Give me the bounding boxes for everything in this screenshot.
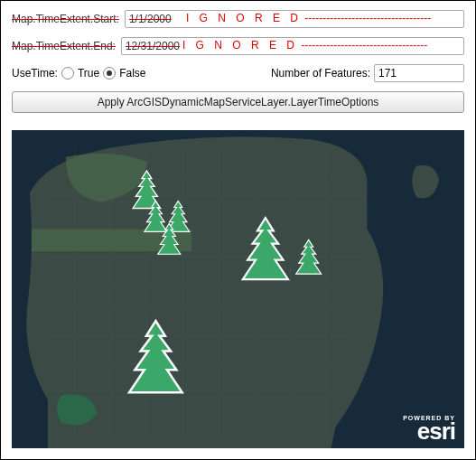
apply-button[interactable]: Apply ArcGISDynamicMapServiceLayer.Layer… — [12, 91, 464, 113]
radio-false[interactable] — [103, 67, 116, 80]
usetime-group: UseTime: True False — [12, 67, 145, 80]
input-wrap-start: I G N O R E D --------------------------… — [125, 10, 464, 28]
input-wrap-end: I G N O R E D --------------------------… — [121, 37, 464, 55]
map-svg — [12, 130, 464, 448]
radio-true[interactable] — [61, 67, 74, 80]
row-start: Map.TimeExtent.Start: I G N O R E D ----… — [12, 10, 464, 28]
map[interactable]: POWERED BY esri — [12, 130, 464, 448]
label-end: Map.TimeExtent.End: — [12, 40, 121, 52]
radio-true-label: True — [78, 67, 99, 80]
radio-false-label: False — [119, 67, 145, 80]
row-options: UseTime: True False Number of Features: — [12, 64, 464, 82]
controls: Map.TimeExtent.Start: I G N O R E D ----… — [1, 1, 475, 120]
label-start: Map.TimeExtent.Start: — [12, 13, 125, 25]
num-features-input[interactable] — [374, 64, 464, 82]
num-features-label: Number of Features: — [271, 67, 370, 80]
end-input[interactable] — [121, 37, 464, 55]
start-input[interactable] — [125, 10, 464, 28]
row-end: Map.TimeExtent.End: I G N O R E D ------… — [12, 37, 464, 55]
app-panel: Map.TimeExtent.Start: I G N O R E D ----… — [0, 0, 476, 460]
usetime-label: UseTime: — [12, 67, 58, 80]
num-features: Number of Features: — [271, 64, 464, 82]
